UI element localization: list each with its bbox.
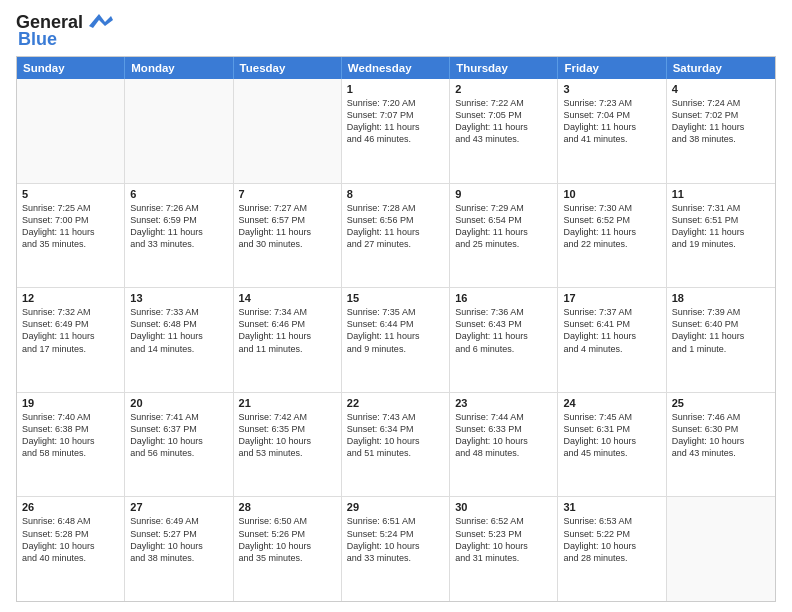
cal-cell-day-30: 30Sunrise: 6:52 AM Sunset: 5:23 PM Dayli…	[450, 497, 558, 601]
day-number: 28	[239, 501, 336, 513]
cell-sun-info: Sunrise: 7:22 AM Sunset: 7:05 PM Dayligh…	[455, 97, 552, 146]
cell-sun-info: Sunrise: 7:35 AM Sunset: 6:44 PM Dayligh…	[347, 306, 444, 355]
cell-sun-info: Sunrise: 7:36 AM Sunset: 6:43 PM Dayligh…	[455, 306, 552, 355]
cal-cell-day-14: 14Sunrise: 7:34 AM Sunset: 6:46 PM Dayli…	[234, 288, 342, 392]
calendar-row-3: 12Sunrise: 7:32 AM Sunset: 6:49 PM Dayli…	[17, 288, 775, 393]
cal-cell-day-2: 2Sunrise: 7:22 AM Sunset: 7:05 PM Daylig…	[450, 79, 558, 183]
cal-cell-day-24: 24Sunrise: 7:45 AM Sunset: 6:31 PM Dayli…	[558, 393, 666, 497]
cell-sun-info: Sunrise: 7:41 AM Sunset: 6:37 PM Dayligh…	[130, 411, 227, 460]
cal-cell-day-18: 18Sunrise: 7:39 AM Sunset: 6:40 PM Dayli…	[667, 288, 775, 392]
cell-sun-info: Sunrise: 6:52 AM Sunset: 5:23 PM Dayligh…	[455, 515, 552, 564]
day-number: 30	[455, 501, 552, 513]
cal-cell-day-11: 11Sunrise: 7:31 AM Sunset: 6:51 PM Dayli…	[667, 184, 775, 288]
header-day-wednesday: Wednesday	[342, 57, 450, 79]
cell-sun-info: Sunrise: 7:28 AM Sunset: 6:56 PM Dayligh…	[347, 202, 444, 251]
cell-sun-info: Sunrise: 7:24 AM Sunset: 7:02 PM Dayligh…	[672, 97, 770, 146]
cell-sun-info: Sunrise: 7:32 AM Sunset: 6:49 PM Dayligh…	[22, 306, 119, 355]
cal-cell-day-10: 10Sunrise: 7:30 AM Sunset: 6:52 PM Dayli…	[558, 184, 666, 288]
header-day-sunday: Sunday	[17, 57, 125, 79]
cal-cell-day-23: 23Sunrise: 7:44 AM Sunset: 6:33 PM Dayli…	[450, 393, 558, 497]
day-number: 29	[347, 501, 444, 513]
cell-sun-info: Sunrise: 7:45 AM Sunset: 6:31 PM Dayligh…	[563, 411, 660, 460]
cal-cell-day-1: 1Sunrise: 7:20 AM Sunset: 7:07 PM Daylig…	[342, 79, 450, 183]
cal-cell-day-19: 19Sunrise: 7:40 AM Sunset: 6:38 PM Dayli…	[17, 393, 125, 497]
day-number: 16	[455, 292, 552, 304]
day-number: 23	[455, 397, 552, 409]
calendar-header: SundayMondayTuesdayWednesdayThursdayFrid…	[17, 57, 775, 79]
day-number: 7	[239, 188, 336, 200]
cell-sun-info: Sunrise: 7:39 AM Sunset: 6:40 PM Dayligh…	[672, 306, 770, 355]
day-number: 20	[130, 397, 227, 409]
day-number: 3	[563, 83, 660, 95]
cell-sun-info: Sunrise: 7:29 AM Sunset: 6:54 PM Dayligh…	[455, 202, 552, 251]
cell-sun-info: Sunrise: 7:27 AM Sunset: 6:57 PM Dayligh…	[239, 202, 336, 251]
cal-cell-empty	[17, 79, 125, 183]
cal-cell-day-12: 12Sunrise: 7:32 AM Sunset: 6:49 PM Dayli…	[17, 288, 125, 392]
cell-sun-info: Sunrise: 7:20 AM Sunset: 7:07 PM Dayligh…	[347, 97, 444, 146]
day-number: 5	[22, 188, 119, 200]
day-number: 18	[672, 292, 770, 304]
day-number: 2	[455, 83, 552, 95]
page: General Blue SundayMondayTuesdayWednesda…	[0, 0, 792, 612]
day-number: 31	[563, 501, 660, 513]
cell-sun-info: Sunrise: 7:25 AM Sunset: 7:00 PM Dayligh…	[22, 202, 119, 251]
day-number: 21	[239, 397, 336, 409]
header-day-saturday: Saturday	[667, 57, 775, 79]
header-day-thursday: Thursday	[450, 57, 558, 79]
logo: General Blue	[16, 12, 113, 50]
svg-marker-0	[89, 14, 113, 28]
day-number: 19	[22, 397, 119, 409]
cell-sun-info: Sunrise: 6:48 AM Sunset: 5:28 PM Dayligh…	[22, 515, 119, 564]
cal-cell-day-29: 29Sunrise: 6:51 AM Sunset: 5:24 PM Dayli…	[342, 497, 450, 601]
cal-cell-day-5: 5Sunrise: 7:25 AM Sunset: 7:00 PM Daylig…	[17, 184, 125, 288]
cal-cell-day-25: 25Sunrise: 7:46 AM Sunset: 6:30 PM Dayli…	[667, 393, 775, 497]
header-day-tuesday: Tuesday	[234, 57, 342, 79]
cal-cell-day-15: 15Sunrise: 7:35 AM Sunset: 6:44 PM Dayli…	[342, 288, 450, 392]
cal-cell-day-4: 4Sunrise: 7:24 AM Sunset: 7:02 PM Daylig…	[667, 79, 775, 183]
day-number: 10	[563, 188, 660, 200]
cell-sun-info: Sunrise: 6:49 AM Sunset: 5:27 PM Dayligh…	[130, 515, 227, 564]
day-number: 4	[672, 83, 770, 95]
day-number: 15	[347, 292, 444, 304]
calendar-row-1: 1Sunrise: 7:20 AM Sunset: 7:07 PM Daylig…	[17, 79, 775, 184]
cal-cell-day-7: 7Sunrise: 7:27 AM Sunset: 6:57 PM Daylig…	[234, 184, 342, 288]
cell-sun-info: Sunrise: 7:31 AM Sunset: 6:51 PM Dayligh…	[672, 202, 770, 251]
cell-sun-info: Sunrise: 7:37 AM Sunset: 6:41 PM Dayligh…	[563, 306, 660, 355]
day-number: 11	[672, 188, 770, 200]
cal-cell-day-31: 31Sunrise: 6:53 AM Sunset: 5:22 PM Dayli…	[558, 497, 666, 601]
cell-sun-info: Sunrise: 6:51 AM Sunset: 5:24 PM Dayligh…	[347, 515, 444, 564]
cal-cell-day-3: 3Sunrise: 7:23 AM Sunset: 7:04 PM Daylig…	[558, 79, 666, 183]
cal-cell-day-13: 13Sunrise: 7:33 AM Sunset: 6:48 PM Dayli…	[125, 288, 233, 392]
cal-cell-day-27: 27Sunrise: 6:49 AM Sunset: 5:27 PM Dayli…	[125, 497, 233, 601]
cal-cell-empty	[125, 79, 233, 183]
day-number: 1	[347, 83, 444, 95]
cell-sun-info: Sunrise: 6:53 AM Sunset: 5:22 PM Dayligh…	[563, 515, 660, 564]
day-number: 25	[672, 397, 770, 409]
calendar: SundayMondayTuesdayWednesdayThursdayFrid…	[16, 56, 776, 602]
cell-sun-info: Sunrise: 7:42 AM Sunset: 6:35 PM Dayligh…	[239, 411, 336, 460]
cal-cell-day-8: 8Sunrise: 7:28 AM Sunset: 6:56 PM Daylig…	[342, 184, 450, 288]
cal-cell-day-16: 16Sunrise: 7:36 AM Sunset: 6:43 PM Dayli…	[450, 288, 558, 392]
cell-sun-info: Sunrise: 7:34 AM Sunset: 6:46 PM Dayligh…	[239, 306, 336, 355]
calendar-row-4: 19Sunrise: 7:40 AM Sunset: 6:38 PM Dayli…	[17, 393, 775, 498]
cell-sun-info: Sunrise: 7:40 AM Sunset: 6:38 PM Dayligh…	[22, 411, 119, 460]
day-number: 14	[239, 292, 336, 304]
header-day-friday: Friday	[558, 57, 666, 79]
day-number: 9	[455, 188, 552, 200]
cell-sun-info: Sunrise: 7:46 AM Sunset: 6:30 PM Dayligh…	[672, 411, 770, 460]
calendar-body: 1Sunrise: 7:20 AM Sunset: 7:07 PM Daylig…	[17, 79, 775, 601]
cal-cell-day-22: 22Sunrise: 7:43 AM Sunset: 6:34 PM Dayli…	[342, 393, 450, 497]
day-number: 24	[563, 397, 660, 409]
cal-cell-day-20: 20Sunrise: 7:41 AM Sunset: 6:37 PM Dayli…	[125, 393, 233, 497]
cell-sun-info: Sunrise: 7:23 AM Sunset: 7:04 PM Dayligh…	[563, 97, 660, 146]
day-number: 17	[563, 292, 660, 304]
day-number: 13	[130, 292, 227, 304]
calendar-row-5: 26Sunrise: 6:48 AM Sunset: 5:28 PM Dayli…	[17, 497, 775, 601]
day-number: 6	[130, 188, 227, 200]
cal-cell-day-26: 26Sunrise: 6:48 AM Sunset: 5:28 PM Dayli…	[17, 497, 125, 601]
day-number: 12	[22, 292, 119, 304]
cal-cell-empty	[667, 497, 775, 601]
logo-blue: Blue	[18, 29, 57, 50]
header-day-monday: Monday	[125, 57, 233, 79]
cell-sun-info: Sunrise: 7:44 AM Sunset: 6:33 PM Dayligh…	[455, 411, 552, 460]
